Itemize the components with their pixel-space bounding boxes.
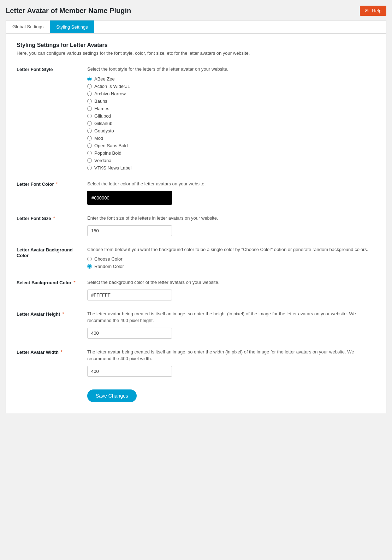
font-option-flames[interactable]: Flames: [87, 106, 375, 111]
font-option-gillubcd[interactable]: Gillubcd: [87, 113, 375, 119]
avatar-height-help: The letter avatar being created is itsel…: [87, 310, 375, 324]
font-size-required: *: [53, 215, 55, 221]
font-radio-abeezee[interactable]: [87, 77, 92, 81]
font-radio-bauhs[interactable]: [87, 99, 92, 103]
card-description: Here, you can configure various settings…: [17, 50, 375, 56]
card-title: Styling Settings for Letter Avatars: [17, 42, 375, 48]
font-radio-gillubcd[interactable]: [87, 114, 92, 118]
font-radio-open-sans[interactable]: [87, 143, 92, 148]
bg-mode-random-label: Random Color: [94, 264, 124, 269]
font-color-value: #000000: [91, 195, 109, 201]
font-style-help: Select the font style for the letters of…: [87, 66, 375, 73]
font-option-goudysto[interactable]: Goudysto: [87, 128, 375, 133]
envelope-icon: [365, 8, 370, 13]
avatar-height-required: *: [62, 311, 64, 317]
font-style-label: Letter Font Style: [17, 67, 53, 72]
font-radio-verdana[interactable]: [87, 158, 92, 163]
select-bg-color-required: *: [73, 280, 75, 285]
font-radio-mod[interactable]: [87, 136, 92, 141]
setting-font-color: Letter Font Color * Select the letter co…: [17, 180, 375, 205]
save-changes-button[interactable]: Save Changes: [87, 389, 137, 402]
font-option-open-sans[interactable]: Open Sans Bold: [87, 143, 375, 148]
bg-mode-choose-label: Choose Color: [94, 256, 123, 262]
select-bg-color-input[interactable]: [87, 290, 172, 300]
font-option-gillubcd-label: Gillubcd: [94, 113, 111, 119]
font-color-label: Letter Font Color: [17, 181, 54, 187]
font-option-verdana[interactable]: Verdana: [87, 158, 375, 163]
select-bg-color-label: Select Background Color: [17, 280, 71, 285]
font-radio-action[interactable]: [87, 84, 92, 89]
font-color-help: Select the letter color of the letter av…: [87, 180, 375, 187]
select-bg-color-help: Select the background color of the lette…: [87, 279, 375, 286]
font-option-abeezee[interactable]: ABee Zee: [87, 76, 375, 82]
font-radio-flames[interactable]: [87, 106, 92, 111]
tab-styling-settings[interactable]: Styling Settings: [50, 20, 94, 33]
font-option-vtks-label: VTKS News Label: [94, 165, 132, 171]
bg-color-mode-options: Choose Color Random Color: [87, 256, 375, 269]
font-option-mod[interactable]: Mod: [87, 136, 375, 141]
font-size-help: Enter the font size of the letters in le…: [87, 215, 375, 222]
setting-font-size: Letter Font Size * Enter the font size o…: [17, 215, 375, 236]
setting-font-style: Letter Font Style Select the font style …: [17, 66, 375, 171]
help-button[interactable]: Help: [360, 6, 386, 16]
font-radio-goudysto[interactable]: [87, 129, 92, 133]
tab-global-settings[interactable]: Global Settings: [6, 20, 50, 33]
setting-bg-color-mode: Letter Avatar Background Color Choose fr…: [17, 246, 375, 269]
font-option-mod-label: Mod: [94, 136, 103, 141]
font-option-abeezee-label: ABee Zee: [94, 76, 115, 82]
page-title: Letter Avatar of Member Name Plugin: [6, 7, 131, 15]
avatar-width-input[interactable]: [87, 366, 172, 377]
setting-avatar-height: Letter Avatar Height * The letter avatar…: [17, 310, 375, 339]
help-button-label: Help: [372, 8, 381, 13]
font-color-swatch[interactable]: #000000: [87, 191, 172, 205]
font-option-open-sans-label: Open Sans Bold: [94, 143, 128, 148]
font-radio-vtks[interactable]: [87, 166, 92, 170]
font-option-poppins-label: Poppins Bold: [94, 150, 121, 156]
main-card: Styling Settings for Letter Avatars Here…: [6, 33, 386, 413]
font-size-input[interactable]: [87, 225, 172, 236]
font-option-action-label: Action Is WiderJL: [94, 84, 130, 89]
bg-mode-random[interactable]: Random Color: [87, 264, 375, 269]
avatar-height-label: Letter Avatar Height: [17, 311, 60, 317]
font-option-archivo-label: Archivo Narrow: [94, 91, 126, 96]
font-radio-archivo[interactable]: [87, 91, 92, 96]
bg-radio-choose[interactable]: [87, 257, 92, 261]
avatar-height-input[interactable]: [87, 328, 172, 339]
font-option-flames-label: Flames: [94, 106, 109, 111]
font-style-options: ABee Zee Action Is WiderJL Archivo Narro…: [87, 76, 375, 171]
font-option-gilsanub[interactable]: Gilsanub: [87, 121, 375, 126]
bg-radio-random[interactable]: [87, 264, 92, 269]
font-option-gilsanub-label: Gilsanub: [94, 121, 112, 126]
tabs-bar: Global Settings Styling Settings: [6, 20, 386, 33]
font-option-archivo[interactable]: Archivo Narrow: [87, 91, 375, 96]
font-option-action[interactable]: Action Is WiderJL: [87, 84, 375, 89]
font-radio-gilsanub[interactable]: [87, 121, 92, 126]
font-option-poppins[interactable]: Poppins Bold: [87, 150, 375, 156]
bg-color-mode-help: Choose from below if you want the backgr…: [87, 246, 375, 253]
font-option-verdana-label: Verdana: [94, 158, 111, 163]
font-color-required: *: [56, 181, 58, 187]
font-option-bauhs[interactable]: Bauhs: [87, 99, 375, 104]
bg-color-mode-label: Letter Avatar Background Color: [17, 247, 73, 258]
font-size-label: Letter Font Size: [17, 216, 51, 221]
bg-mode-choose[interactable]: Choose Color: [87, 256, 375, 262]
avatar-width-label: Letter Avatar Width: [17, 350, 59, 355]
font-radio-poppins[interactable]: [87, 151, 92, 155]
avatar-width-required: *: [61, 349, 63, 355]
setting-select-bg-color: Select Background Color * Select the bac…: [17, 279, 375, 300]
font-option-vtks[interactable]: VTKS News Label: [87, 165, 375, 171]
setting-avatar-width: Letter Avatar Width * The letter avatar …: [17, 348, 375, 377]
avatar-width-help: The letter avatar being created is itsel…: [87, 348, 375, 362]
font-option-bauhs-label: Bauhs: [94, 99, 107, 104]
font-option-goudysto-label: Goudysto: [94, 128, 114, 133]
